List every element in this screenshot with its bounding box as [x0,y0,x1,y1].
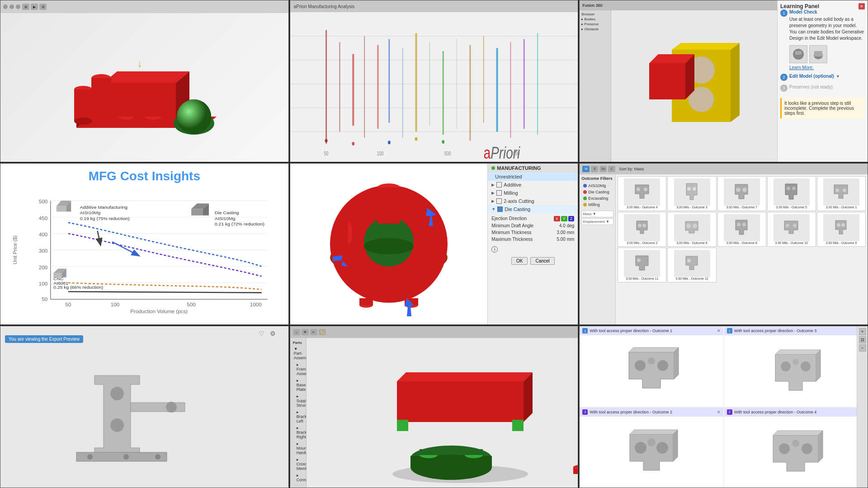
sub-cell-2-label: With tool access proper direction - Outc… [734,328,817,333]
filter-aisi[interactable]: AISi10Mg [581,183,613,189]
sidebar-row-2[interactable]: ▸ Frame Assembly [292,361,305,377]
part-img-4 [774,178,810,206]
settings-icon[interactable]: ⚙ [270,330,276,337]
part-thumb-2[interactable]: 3.00 Mils - Outcome 3 [667,176,716,211]
filter-milling[interactable]: Milling [581,202,613,208]
part-thumb-4[interactable]: 3.00 Mils - Outcome 5 [767,176,816,211]
part-thumb-3[interactable]: 3.00 Mils - Outcome 7 [717,176,766,211]
sidebar-item[interactable]: ▸ Preserve [581,22,609,26]
scatter-dot [325,139,327,142]
xyz-buttons[interactable]: X Y Z [554,216,575,221]
tool-solid[interactable]: So [599,166,607,172]
sub-cell-1-close[interactable]: ✕ [717,328,721,333]
tool-section[interactable]: ✂ [310,329,317,335]
part-thumb-7[interactable]: 3.00 Mils - Outcome 6 [667,212,716,247]
filter-excavating[interactable]: Excavating [581,195,613,202]
sub-cell-1-icon: 1 [582,328,588,333]
zoom-out-button[interactable]: − [859,344,866,352]
part-thumb-10[interactable]: 3.00 Mils - Outcome 9 [817,212,866,247]
x-label: 1000 [510,150,519,157]
hole-1 [110,387,124,400]
step-1-title[interactable]: Model Check [789,9,865,14]
sidebar-row-3[interactable]: ▸ Base Plate [292,377,305,393]
sidebar-row-8[interactable]: ▸ Cross Member [292,456,305,472]
tool-measure[interactable]: 📏 [319,329,326,335]
additive-checkbox[interactable] [496,182,502,188]
step-2-chevron[interactable]: ▼ [836,74,840,79]
sub-cell-3-label: With tool access proper direction - Outc… [590,410,672,414]
corner-br-2 [512,420,524,431]
mount-hole-2 [123,454,129,460]
zoom-in-button[interactable]: + [859,328,866,335]
filter-die-casting[interactable]: Die Casting [581,189,613,195]
tool-home[interactable]: ⌂ [293,329,300,335]
green-sphere-gradient [177,99,211,134]
x-label: 50 [324,150,328,157]
2axis-checkbox[interactable] [496,198,502,204]
part-thumb-2 [809,45,827,63]
cell2-title: aPriori Manufacturing Analysis [294,4,355,9]
part-label-3: 3.00 Mils - Outcome 7 [726,206,757,209]
svg-point-21 [686,224,691,228]
die-casting-checkbox[interactable] [497,206,503,212]
tool-icon[interactable]: ⚙ [39,4,47,10]
tool-icon[interactable]: ▶ [31,4,38,10]
min-thickness-value: 3.00 mm [557,230,574,235]
learn-more-link[interactable]: Learn More. [789,65,865,70]
sidebar-row-4[interactable]: ▸ Support Structure [292,393,305,409]
part-thumb-12[interactable]: 3.00 Mils - Outcome 12 [667,248,716,282]
sidebar-row-6[interactable]: ▸ Bracket Right [292,425,305,441]
sub-cell-3-close[interactable]: ✕ [717,410,721,414]
filter-label-mill: Milling [588,202,600,207]
ok-button[interactable]: OK [511,257,528,265]
sidebar-item[interactable]: ▸ Obstacle [581,27,609,31]
y-axis-title: Unit Price ($) [12,235,17,264]
sidebar-row-1[interactable]: ▼ Part-Assembly [292,346,305,361]
tool-view[interactable]: 👁 [302,329,309,335]
filter-box-2[interactable]: Displacement ▼ [581,218,613,225]
bookmark-icon[interactable]: ♡ [259,330,264,337]
panel-2axis[interactable]: ▶ 2-axis Cutting [488,197,578,205]
cell6-toolbar-icons[interactable]: M S So C [582,166,615,172]
sub-cell-3-content [580,417,723,487]
zoom-fit-button[interactable]: ⊡ [859,336,866,343]
main-grid: ⊞ ▶ ⚙ [0,0,868,488]
tool-surface[interactable]: S [591,166,598,172]
cell8-toolbar-icons[interactable]: ⌂ 👁 ✂ 📏 [293,329,326,335]
panel-milling[interactable]: ▶ Milling [488,189,578,197]
sidebar-item[interactable]: Browser [581,12,609,16]
panel-unrestricted[interactable]: Unrestricted [488,173,578,181]
milling-checkbox[interactable] [496,190,502,196]
part-thumb-1[interactable]: 3.00 Mils - Outcome 4 [618,176,666,211]
panel-additive[interactable]: ▶ Additive [488,181,578,189]
part-thumb-5[interactable]: 3.00 Mils - Outcome 1 [817,176,866,211]
svg-point-30 [687,259,691,263]
tool-mesh[interactable]: M [582,166,590,172]
sidebar-row-5[interactable]: ▸ Bracket Left [292,409,305,425]
tool-icon[interactable]: ⊞ [22,4,29,10]
learning-panel-close[interactable]: ✕ [859,3,865,9]
part-img-9 [774,214,810,241]
part-img-10 [823,214,859,241]
bracket-9 [784,221,798,234]
bracket-8 [736,220,747,235]
learning-step-2[interactable]: 2 Edit Model (optional) ▼ [780,74,865,81]
panel-die-casting-section[interactable]: ▼ Die Casting [488,205,578,213]
sidebar-row-9[interactable]: ▸ Connector [292,472,305,483]
sidebar-row-7[interactable]: ▸ Mounting Hardware [292,441,305,456]
tool-compare[interactable]: C [608,166,615,172]
bracket-3d-1 [629,347,679,388]
filter-box-1[interactable]: Mass ▼ [581,211,613,217]
part-thumb-9[interactable]: 3.00 Mils - Outcome 10 [767,212,816,247]
x-button[interactable]: X [554,216,560,221]
part-thumb-11[interactable]: 3.00 Mils - Outcome 11 [618,248,666,282]
z-button[interactable]: Z [568,216,575,221]
svg-point-22 [693,224,697,228]
y-button[interactable]: Y [561,216,567,221]
part-thumb-6[interactable]: 3.00 Mils - Outcome 2 [618,212,666,247]
part-thumb-8[interactable]: 3.00 Mils - Outcome 8 [717,212,766,247]
cancel-button[interactable]: Cancel [530,257,554,265]
step-2-num: 2 [780,74,788,81]
learn-more-text[interactable]: Learn More. [789,65,814,70]
sidebar-item[interactable]: ▸ Bodies [581,17,609,21]
